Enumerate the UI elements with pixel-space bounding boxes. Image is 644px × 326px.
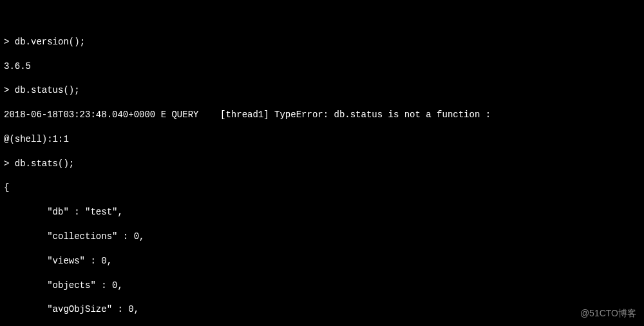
prompt-symbol: > [4, 37, 9, 47]
cmd-status: db.status(); [15, 85, 80, 95]
error-location: @(shell):1:1 [4, 133, 640, 146]
prompt-line-status: > db.status(); [4, 84, 640, 97]
version-result: 3.6.5 [4, 61, 640, 73]
prompt-symbol: > [4, 158, 9, 169]
terminal-output[interactable]: 2018-06-18T03:13:48.302+0000 I CONTROL [… [0, 0, 644, 326]
prompt-line-stats: > db.stats(); [4, 158, 640, 170]
error-line: 2018-06-18T03:23:48.040+0000 E QUERY [th… [4, 109, 640, 121]
cmd-stats: db.stats(); [15, 158, 74, 169]
stats-objects: "objects" : 0, [4, 280, 640, 292]
stats-db: "db" : "test", [4, 206, 640, 218]
prompt-symbol: > [4, 85, 9, 95]
brace-open: { [4, 182, 640, 194]
prompt-line-version: > db.version(); [4, 36, 640, 48]
stats-views: "views" : 0, [4, 255, 640, 267]
stats-avg-obj-size: "avgObjSize" : 0, [4, 303, 640, 316]
stats-collections: "collections" : 0, [4, 231, 640, 243]
watermark-text: @51CTO博客 [580, 307, 636, 320]
cmd-version: db.version(); [15, 37, 85, 47]
